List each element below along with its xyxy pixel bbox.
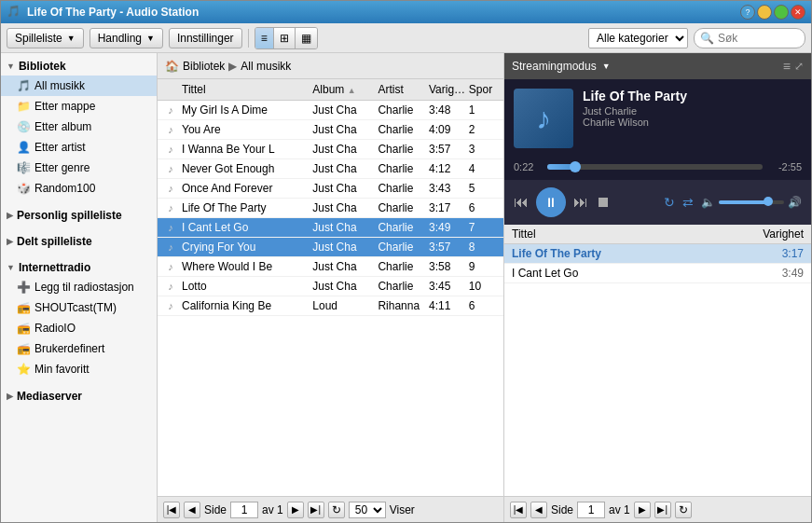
table-row[interactable]: ♪ Lotto Just Cha Charlie 3:45 10 — [158, 277, 503, 296]
play-pause-button[interactable]: ⏸ — [536, 187, 566, 217]
previous-button[interactable]: ⏮ — [514, 194, 529, 211]
help-button[interactable]: ? — [740, 5, 755, 20]
next-page-button[interactable]: ▶ — [287, 502, 304, 518]
track-artist: Rihanna — [378, 299, 429, 312]
detail-view-button[interactable]: ▦ — [296, 28, 317, 48]
sidebar-add-radio-label: Legg til radiostasjon — [34, 281, 134, 294]
table-row[interactable]: ♪ Never Got Enough Just Cha Charlie 4:12… — [158, 159, 503, 179]
column-artist[interactable]: Artist — [378, 83, 429, 96]
queue-area: Tittel Varighet Life Of The Party 3:17 I… — [504, 225, 811, 496]
sidebar-item-by-genre[interactable]: 🎼 Etter genre — [1, 158, 157, 178]
track-number: 6 — [469, 201, 498, 214]
repeat-icon[interactable]: ↻ — [664, 195, 675, 210]
table-row[interactable]: ♪ California King Be Loud Rihanna 4:11 6 — [158, 296, 503, 316]
all-music-icon: 🎵 — [16, 78, 31, 93]
track-duration: 3:45 — [429, 280, 469, 293]
content-area: 🏠 Bibliotek ▶ All musikk Tittel Album ▲ … — [158, 53, 503, 522]
table-row[interactable]: ♪ Crying For You Just Cha Charlie 3:57 8 — [158, 238, 503, 257]
playlist-button[interactable]: Spilleliste ▼ — [7, 28, 84, 48]
radio-section-header[interactable]: ▼ Internettradio — [1, 258, 157, 277]
sidebar-item-by-folder[interactable]: 📁 Etter mappe — [1, 96, 157, 117]
player-pagination: |◀ ◀ Side av 1 ▶ ▶| ↻ — [504, 496, 811, 522]
player-menu-icon[interactable]: ≡ — [783, 59, 791, 74]
column-album[interactable]: Album ▲ — [312, 83, 378, 96]
table-row[interactable]: ♪ Life Of The Party Just Cha Charlie 3:1… — [158, 199, 503, 218]
sidebar-item-album-label: Etter album — [34, 120, 91, 133]
sidebar-item-genre-label: Etter genre — [34, 161, 89, 174]
library-section-header[interactable]: ▼ Bibliotek — [1, 57, 157, 76]
minimize-button[interactable] — [757, 5, 772, 20]
column-duration[interactable]: Varighet — [429, 83, 469, 96]
sidebar-item-random-label: Random100 — [34, 182, 95, 195]
category-select[interactable]: Alle kategorier — [588, 28, 688, 48]
page-number-input[interactable] — [230, 502, 258, 518]
column-title[interactable]: Tittel — [182, 83, 312, 96]
column-track[interactable]: Spor — [469, 83, 498, 96]
prev-page-button[interactable]: ◀ — [184, 502, 200, 518]
track-album: Loud — [312, 299, 378, 312]
track-number: 9 — [469, 260, 498, 273]
list-view-button[interactable]: ≡ — [255, 28, 274, 48]
sidebar-item-add-radio[interactable]: ➕ Legg til radiostasjon — [1, 277, 157, 297]
sidebar-item-random100[interactable]: 🎲 Random100 — [1, 178, 157, 199]
action-button[interactable]: Handling ▼ — [89, 28, 163, 48]
track-duration: 4:09 — [429, 123, 469, 136]
table-row[interactable]: ♪ You Are Just Cha Charlie 4:09 2 — [158, 120, 503, 140]
track-artist: Charlie — [378, 221, 429, 234]
track-info: Life Of The Party Just Charlie Charlie W… — [583, 89, 802, 128]
player-refresh-button[interactable]: ↻ — [675, 502, 692, 518]
sidebar-item-favorites[interactable]: ⭐ Min favoritt — [1, 359, 157, 379]
shared-playlist-header[interactable]: ▶ Delt spilleliste — [1, 232, 157, 251]
shared-playlist-section: ▶ Delt spilleliste — [1, 228, 157, 255]
player-next-page-button[interactable]: ▶ — [634, 502, 651, 518]
search-input[interactable] — [718, 32, 802, 45]
shuffle-icon[interactable]: ⇄ — [682, 195, 694, 210]
queue-item[interactable]: Life Of The Party 3:17 — [504, 244, 811, 264]
sidebar-item-by-artist[interactable]: 👤 Etter artist — [1, 137, 157, 158]
settings-button[interactable]: Innstillinger — [169, 28, 242, 48]
close-button[interactable]: ✕ — [791, 5, 805, 20]
sidebar-item-by-album[interactable]: 💿 Etter album — [1, 117, 157, 137]
table-row[interactable]: ♪ My Girl Is A Dime Just Cha Charlie 3:4… — [158, 101, 503, 120]
track-title: I Wanna Be Your L — [182, 143, 312, 156]
track-duration: 3:57 — [429, 241, 469, 254]
volume-bar[interactable] — [719, 200, 784, 204]
table-row[interactable]: ♪ I Wanna Be Your L Just Cha Charlie 3:5… — [158, 140, 503, 159]
player-first-page-button[interactable]: |◀ — [510, 502, 527, 518]
sidebar-item-all-music[interactable]: 🎵 All musikk — [1, 76, 157, 96]
grid-view-button[interactable]: ⊞ — [274, 28, 296, 48]
player-expand-icon[interactable]: ⤢ — [794, 60, 804, 73]
player-page-input[interactable] — [577, 502, 605, 518]
track-title: I Cant Let Go — [182, 221, 312, 234]
player-page-label: Side — [551, 503, 573, 516]
breadcrumb-current: All musikk — [241, 60, 291, 73]
sidebar-item-all-music-label: All musikk — [34, 79, 85, 92]
sidebar-item-shoutcast[interactable]: 📻 SHOUTcast(TM) — [1, 297, 157, 318]
progress-bar[interactable] — [547, 164, 763, 170]
table-row[interactable]: ♪ I Cant Let Go Just Cha Charlie 3:49 7 — [158, 218, 503, 238]
sidebar-item-custom[interactable]: 📻 Brukerdefinert — [1, 338, 157, 359]
media-server-header[interactable]: ▶ Mediaserver — [1, 387, 157, 406]
volume-fill — [719, 200, 768, 204]
player-last-page-button[interactable]: ▶| — [654, 502, 671, 518]
next-button[interactable]: ⏭ — [573, 194, 588, 211]
per-page-select[interactable]: 50 — [349, 502, 386, 518]
maximize-button[interactable] — [774, 5, 789, 20]
table-row[interactable]: ♪ Where Would I Be Just Cha Charlie 3:58… — [158, 257, 503, 277]
sidebar-item-radioi0[interactable]: 📻 RadioIO — [1, 318, 157, 338]
first-page-button[interactable]: |◀ — [163, 502, 180, 518]
last-page-button[interactable]: ▶| — [308, 502, 324, 518]
music-note-icon: ♪ — [163, 298, 178, 313]
playlist-label: Spilleliste — [15, 32, 62, 45]
playback-controls: ⏮ ⏸ ⏭ ⏹ ↻ ⇄ 🔈 🔊 — [504, 180, 811, 225]
current-time: 0:22 — [514, 161, 542, 172]
refresh-button[interactable]: ↻ — [328, 502, 345, 518]
personal-playlist-header[interactable]: ▶ Personlig spilleliste — [1, 206, 157, 225]
player-prev-page-button[interactable]: ◀ — [530, 502, 547, 518]
queue-item[interactable]: I Cant Let Go 3:49 — [504, 264, 811, 283]
table-row[interactable]: ♪ Once And Forever Just Cha Charlie 3:43… — [158, 179, 503, 199]
stop-button[interactable]: ⏹ — [596, 194, 611, 211]
radio-header-label: Internettradio — [19, 261, 90, 274]
queue-column-title: Tittel — [512, 227, 757, 241]
queue-item-title: Life Of The Party — [512, 247, 757, 260]
